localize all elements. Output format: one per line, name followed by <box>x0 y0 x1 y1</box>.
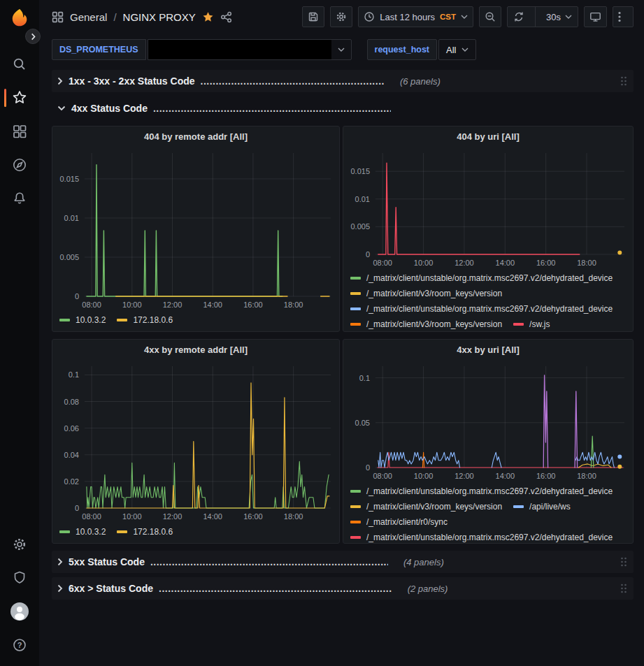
drag-handle-icon[interactable] <box>620 556 628 567</box>
svg-text:0.005: 0.005 <box>350 222 370 231</box>
svg-text:0.015: 0.015 <box>350 167 370 175</box>
panel-title[interactable]: 404 by remote addr [All] <box>52 126 339 146</box>
panel-title[interactable]: 404 by uri [All] <box>343 126 633 146</box>
favorite-star-icon[interactable] <box>202 11 214 23</box>
legend-swatch <box>513 323 524 326</box>
sidebar-item-search[interactable] <box>0 48 39 81</box>
gear-icon <box>336 11 347 22</box>
legend-item[interactable]: /_matrix/client/r0/sync <box>350 517 448 527</box>
sidebar-item-dashboards[interactable] <box>0 115 39 148</box>
legend-label: /api/live/ws <box>529 502 571 512</box>
legend-label: /_matrix/client/v3/room_keys/version <box>366 502 502 512</box>
variable-value-ds-prometheus[interactable] <box>148 39 352 60</box>
cycle-view-mode-button[interactable] <box>584 6 607 27</box>
row-4xx[interactable]: 4xx Status Code ........................… <box>52 98 634 119</box>
timeseries-chart[interactable]: 08:0010:0012:0014:0016:0018:0000.020.040… <box>52 359 339 523</box>
legend-swatch <box>117 319 127 321</box>
legend-item[interactable]: /_matrix/client/unstable/org.matrix.msc2… <box>350 486 613 496</box>
legend-item[interactable]: /_matrix/client/v3/room_keys/version <box>350 319 502 329</box>
legend-swatch <box>350 323 361 326</box>
legend-swatch <box>350 490 361 493</box>
timeseries-chart[interactable]: 08:0010:0012:0014:0016:0018:0000.0050.01… <box>343 146 633 270</box>
zoom-out-time-button[interactable] <box>479 6 501 27</box>
time-range-label: Last 12 hours <box>380 12 435 22</box>
panel-title[interactable]: 4xx by uri [All] <box>343 340 633 359</box>
panel-404-by-remote-addr: 404 by remote addr [All] 08:0010:0012:00… <box>52 126 340 332</box>
svg-text:16:00: 16:00 <box>536 472 556 480</box>
panel-title[interactable]: 4xx by remote addr [All] <box>52 340 339 359</box>
timeseries-chart[interactable]: 08:0010:0012:0014:0016:0018:0000.050.1 <box>343 359 633 483</box>
sidebar-item-configuration[interactable] <box>0 528 39 561</box>
panel-404-by-uri: 404 by uri [All] 08:0010:0012:0014:0016:… <box>343 126 634 332</box>
dashboard-header: General / NGINX PROXY <box>39 0 644 34</box>
svg-text:0: 0 <box>75 504 79 512</box>
sidebar-item-alerting[interactable] <box>0 182 39 215</box>
dashboard-settings-button[interactable] <box>330 6 352 27</box>
legend-item[interactable]: /_matrix/client/unstable/org.matrix.msc2… <box>350 273 613 283</box>
variables-bar: DS_PROMETHEUS request_host All <box>39 34 644 66</box>
variable-label-ds-prometheus[interactable]: DS_PROMETHEUS <box>52 39 146 60</box>
row-5xx[interactable]: 5xx Status Code ........................… <box>52 551 634 573</box>
save-dashboard-button[interactable] <box>302 6 324 27</box>
legend-item[interactable]: 172.18.0.6 <box>117 315 173 325</box>
clock-icon <box>364 11 375 22</box>
legend-item[interactable]: /api/live/ws <box>513 502 571 512</box>
legend-item[interactable]: /sw.js <box>513 319 550 329</box>
share-icon[interactable] <box>220 11 232 23</box>
drag-handle-icon[interactable] <box>620 75 628 87</box>
svg-text:0.1: 0.1 <box>69 370 79 379</box>
monitor-icon <box>589 11 601 22</box>
svg-text:10:00: 10:00 <box>122 301 142 309</box>
svg-text:0.1: 0.1 <box>359 374 370 382</box>
sidebar-item-help[interactable]: ? <box>0 628 39 662</box>
svg-text:16:00: 16:00 <box>243 301 263 309</box>
legend-item[interactable]: /_matrix/client/v3/room_keys/version <box>350 502 502 512</box>
legend-item[interactable]: /_matrix/client/v3/room_keys/version <box>350 289 502 298</box>
legend-item[interactable]: 10.0.3.2 <box>59 315 106 325</box>
row-6xx[interactable]: 6xx > Status Code ......................… <box>52 577 634 600</box>
sidebar-expand-button[interactable] <box>25 29 41 44</box>
legend-item[interactable]: 172.18.0.6 <box>117 527 173 537</box>
svg-text:16:00: 16:00 <box>243 512 263 521</box>
breadcrumb: General / NGINX PROXY <box>52 11 232 23</box>
time-range-picker[interactable]: Last 12 hours CST <box>358 6 473 27</box>
legend-swatch <box>350 536 361 539</box>
legend-row: /_matrix/client/r0/sync <box>350 515 626 528</box>
sidebar-item-server-admin[interactable] <box>0 561 39 595</box>
row-title: 1xx - 3xx - 2xx Status Code <box>69 75 195 87</box>
legend-item[interactable]: /_matrix/client/unstable/org.matrix.msc2… <box>350 533 613 542</box>
legend-label: 10.0.3.2 <box>76 315 106 325</box>
refresh-interval-dropdown[interactable]: 30s <box>541 7 578 27</box>
legend-label: 172.18.0.6 <box>133 315 173 325</box>
timeseries-chart[interactable]: 08:0010:0012:0014:0016:0018:0000.0050.01… <box>52 146 339 312</box>
legend-item[interactable]: /_matrix/client/unstable/org.matrix.msc2… <box>350 304 613 314</box>
legend-item[interactable]: 10.0.3.2 <box>59 527 106 537</box>
sidebar-item-explore[interactable] <box>0 148 39 182</box>
kebab-menu-button[interactable] <box>613 6 634 27</box>
svg-text:0.02: 0.02 <box>64 477 79 486</box>
legend-row: /_matrix/client/v3/room_keys/version/api… <box>350 500 626 513</box>
legend-label: /_matrix/client/unstable/org.matrix.msc2… <box>366 273 613 283</box>
legend-swatch <box>513 505 524 508</box>
svg-text:?: ? <box>17 641 22 649</box>
row-panel-count: (6 panels) <box>400 76 441 87</box>
sidebar-item-starred[interactable] <box>0 81 39 115</box>
gear-icon <box>12 537 27 552</box>
svg-text:18:00: 18:00 <box>577 259 596 267</box>
row-dots: ........................................… <box>159 583 392 594</box>
variable-label-request-host[interactable]: request_host <box>367 39 438 60</box>
drag-handle-icon[interactable] <box>620 583 628 594</box>
breadcrumb-section[interactable]: General <box>70 11 107 23</box>
save-icon <box>308 11 319 22</box>
help-icon: ? <box>12 637 27 653</box>
dashboard-title[interactable]: NGINX PROXY <box>123 11 196 23</box>
legend-swatch <box>350 505 361 508</box>
refresh-button[interactable] <box>508 7 530 27</box>
sidebar-item-profile[interactable] <box>0 595 39 628</box>
legend-label: /_matrix/client/v3/room_keys/version <box>366 319 502 329</box>
row-1xx-3xx-2xx[interactable]: 1xx - 3xx - 2xx Status Code ............… <box>52 70 634 92</box>
legend-swatch <box>59 319 70 321</box>
legend-row: 10.0.3.2172.18.0.6 <box>59 525 332 538</box>
variable-value-request-host[interactable]: All <box>438 39 476 60</box>
svg-text:18:00: 18:00 <box>284 512 303 521</box>
